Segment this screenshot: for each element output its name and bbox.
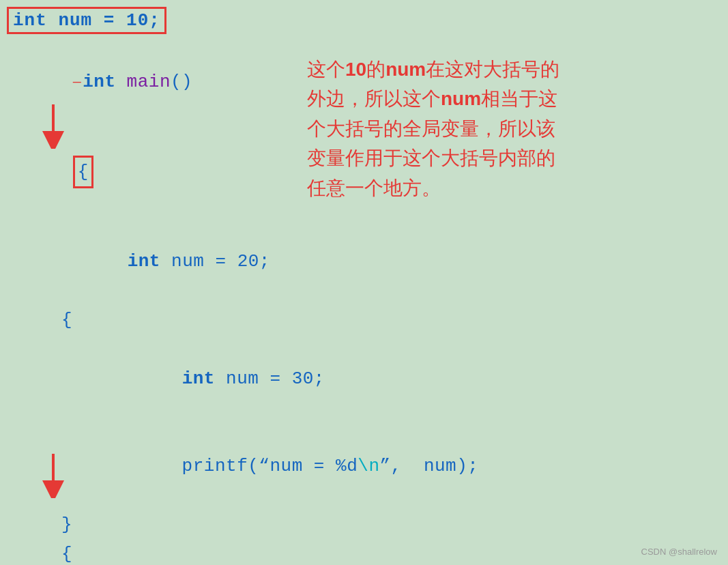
top-arrow-svg — [33, 101, 74, 149]
line-8: } — [7, 510, 478, 540]
bottom-arrow-svg — [33, 450, 74, 498]
line-9: { — [7, 540, 478, 565]
annotation-text: 这个10的num在这对大括号的 外边，所以这个num相当于这 个大括号的全局变量… — [307, 55, 716, 203]
arrow-top — [33, 101, 74, 152]
line-7: printf(“num = %d\n”, num); — [7, 423, 478, 511]
arrow-bottom — [33, 450, 74, 502]
open-brace-box: { — [73, 156, 93, 189]
line-1-container: int num = 10; — [7, 7, 478, 35]
watermark: CSDN @shallrelow — [641, 547, 717, 557]
line-6: int num = 30; — [7, 335, 478, 423]
main-container: int num = 10; ‒int main() { int num = 20… — [0, 0, 728, 565]
line-4: int num = 20; — [7, 218, 478, 306]
line-1-highlighted: int num = 10; — [7, 7, 166, 34]
line-5: { — [7, 306, 478, 335]
